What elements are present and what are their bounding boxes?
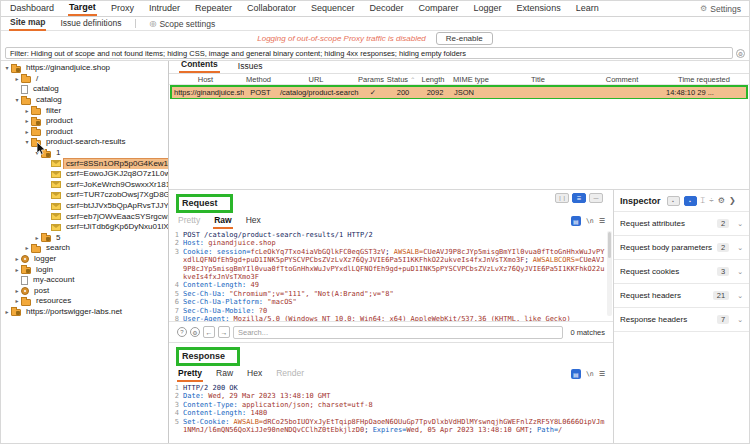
menu-tab-proxy[interactable]: Proxy: [110, 2, 135, 15]
menu-tab-intruder[interactable]: Intruder: [148, 2, 181, 15]
column-header-status[interactable]: Status ⌃: [385, 75, 417, 84]
request-editor[interactable]: 1POST /catalog/product-search-results/1 …: [169, 229, 613, 321]
pretty-print-icon[interactable]: ▤: [571, 216, 581, 226]
layout-columns-button[interactable]: ❘❘: [555, 193, 569, 203]
subtab-issue-definitions[interactable]: Issue definitions: [59, 18, 122, 30]
tree-item[interactable]: ▾ catalog: [1, 95, 168, 106]
menu-tab-logger[interactable]: Logger: [473, 2, 503, 15]
request-scrollbar[interactable]: [607, 231, 612, 316]
tree-item[interactable]: ▸ product: [1, 127, 168, 138]
tree-expanded-icon[interactable]: ▾: [23, 139, 31, 145]
column-header-mime-type[interactable]: MIME type: [449, 75, 493, 84]
tree-item[interactable]: csrf=8SSn1ORp5p0G4Kew1615270: [1, 158, 168, 169]
tree-item[interactable]: csrf=TUR7czobOwsj7XgD8GEMIwO: [1, 190, 168, 201]
re-enable-button[interactable]: Re-enable: [436, 32, 493, 45]
tree-item[interactable]: my-account: [1, 275, 168, 286]
tree-collapsed-icon[interactable]: ▸: [13, 267, 21, 273]
menu-tab-comparer[interactable]: Comparer: [418, 2, 460, 15]
tree-collapsed-icon[interactable]: ▸: [33, 235, 41, 241]
tree-item[interactable]: csrf=eb7jOWvEaacSYSrgcw3E3mh: [1, 211, 168, 222]
inspector-collapse-icon[interactable]: ❯: [729, 197, 736, 205]
tree-collapsed-icon[interactable]: ▸: [13, 298, 21, 304]
request-tab-pretty[interactable]: Pretty: [177, 215, 201, 229]
tab-issues[interactable]: Issues: [236, 61, 265, 73]
layout-single-button[interactable]: —: [589, 193, 603, 203]
tree-collapsed-icon[interactable]: ▸: [23, 245, 31, 251]
column-header-length[interactable]: Length: [417, 75, 449, 84]
tree-item[interactable]: ▸ post: [1, 285, 168, 296]
search-prev-button[interactable]: ←: [203, 326, 215, 338]
tree-expanded-icon[interactable]: ▾: [3, 65, 11, 71]
tree-collapsed-icon[interactable]: ▸: [23, 108, 31, 114]
column-header-url[interactable]: URL: [275, 75, 357, 84]
tree-item[interactable]: ▸ filter: [1, 105, 168, 116]
editor-menu-icon[interactable]: ☰: [599, 217, 605, 225]
response-editor[interactable]: 1HTTP/2 200 OK2Date: Wed, 29 Mar 2023 13…: [169, 382, 613, 444]
tree-item[interactable]: ▸ /: [1, 74, 168, 85]
menu-tab-sequencer[interactable]: Sequencer: [310, 2, 356, 15]
menu-tab-learn[interactable]: Learn: [575, 2, 600, 15]
column-header-host[interactable]: Host: [169, 75, 242, 84]
response-tab-raw[interactable]: Raw: [215, 368, 234, 382]
response-tab-pretty[interactable]: Pretty: [177, 368, 203, 382]
menu-tab-extensions[interactable]: Extensions: [516, 2, 562, 15]
tree-item[interactable]: ▾ https://ginandjuice.shop: [1, 63, 168, 74]
inspector-section-request-headers[interactable]: Request headers 21 ⌄: [614, 284, 749, 308]
column-header-method[interactable]: Method: [242, 75, 275, 84]
tree-collapsed-icon[interactable]: ▸: [13, 76, 21, 82]
tree-collapsed-icon[interactable]: ▸: [23, 118, 31, 124]
tree-item[interactable]: ▸ 5: [1, 233, 168, 244]
inspector-section-request-attributes[interactable]: Request attributes 2 ⌄: [614, 212, 749, 236]
search-settings-icon[interactable]: ⚙: [190, 327, 200, 337]
settings-button[interactable]: ⚙ Settings: [700, 4, 741, 14]
inspector-section-response-headers[interactable]: Response headers 7 ⌄: [614, 308, 749, 332]
response-tab-hex[interactable]: Hex: [246, 368, 263, 382]
column-header-comment[interactable]: Comment: [583, 75, 661, 84]
column-header-time-requested[interactable]: Time requested: [661, 75, 747, 84]
inspector-settings-icon[interactable]: ⚙: [718, 197, 725, 205]
inspector-section-request-body-parameters[interactable]: Request body parameters 2 ⌄: [614, 236, 749, 260]
layout-rows-button[interactable]: ☰: [572, 193, 586, 203]
tree-item[interactable]: ▸ logger: [1, 254, 168, 265]
search-help-icon[interactable]: ?: [177, 327, 187, 337]
request-tab-raw[interactable]: Raw: [213, 215, 232, 229]
tree-item[interactable]: csrf=btJJVx5bQpApRvsTJJYf1V4j: [1, 201, 168, 212]
tree-item[interactable]: ▸ search: [1, 243, 168, 254]
tree-item[interactable]: csrf=EowoJGKJ2q8O7z1L0wjKmBA: [1, 169, 168, 180]
response-tab-render[interactable]: Render: [275, 368, 305, 382]
column-header-params[interactable]: Params: [357, 75, 385, 84]
scope-settings-button[interactable]: ◎ Scope settings: [149, 19, 215, 29]
tree-item[interactable]: csrf=tJiTdb6gKp6DyNxu01lXY9Vuh: [1, 222, 168, 233]
pretty-print-icon[interactable]: ▤: [571, 369, 581, 379]
expand-all-icon[interactable]: ⌶: [701, 197, 706, 205]
tree-collapsed-icon[interactable]: ▸: [13, 288, 21, 294]
search-next-button[interactable]: →: [218, 326, 230, 338]
tree-item[interactable]: ▾ 1: [1, 148, 168, 159]
tree-item[interactable]: catalog: [1, 84, 168, 95]
tree-item[interactable]: ▾ product-search-results: [1, 137, 168, 148]
request-tab-hex[interactable]: Hex: [245, 215, 262, 229]
tree-collapsed-icon[interactable]: ▸: [23, 129, 31, 135]
menu-tab-target[interactable]: Target: [68, 1, 97, 16]
tree-expanded-icon[interactable]: ▾: [13, 97, 21, 103]
tree-item[interactable]: ▸ resources: [1, 296, 168, 307]
tree-item[interactable]: ▸ https://portswigger-labs.net: [1, 307, 168, 318]
tree-collapsed-icon[interactable]: ▸: [13, 256, 21, 262]
tree-collapsed-icon[interactable]: ▸: [3, 309, 11, 315]
menu-tab-collaborator[interactable]: Collaborator: [246, 2, 297, 15]
menu-tab-repeater[interactable]: Repeater: [194, 2, 233, 15]
tree-item[interactable]: ▸ product: [1, 116, 168, 127]
search-input[interactable]: [233, 326, 563, 339]
tree-item[interactable]: csrf=JoKeWrch9OswxxXr1812O7U: [1, 180, 168, 191]
newline-toggle-icon[interactable]: \n: [586, 217, 594, 225]
collapse-all-icon[interactable]: ÷: [709, 197, 713, 205]
results-table-selected-row[interactable]: https://ginandjuice.shopPOST/catalog/pro…: [171, 86, 747, 99]
tab-contents[interactable]: Contents: [179, 59, 220, 73]
column-header-title[interactable]: Title: [493, 75, 583, 84]
menu-tab-dashboard[interactable]: Dashboard: [9, 2, 55, 15]
menu-tab-decoder[interactable]: Decoder: [369, 2, 405, 15]
inspector-dock-side-button[interactable]: ▪: [667, 196, 680, 206]
tree-expanded-icon[interactable]: ▾: [33, 150, 41, 156]
sitemap-filter[interactable]: Filter: Hiding out of scope and not foun…: [5, 47, 733, 59]
filter-gear-icon[interactable]: ⚙: [736, 49, 745, 58]
